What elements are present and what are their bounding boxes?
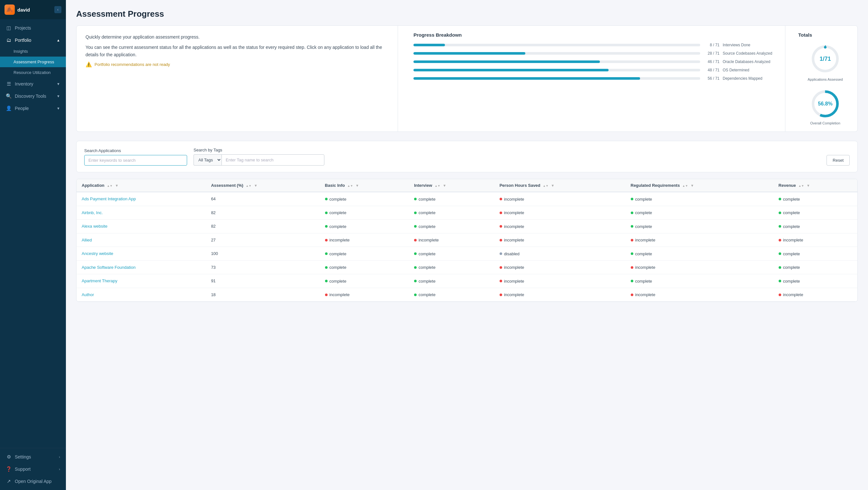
status-dot-icon — [414, 294, 416, 296]
col-interview[interactable]: Interview ▲▼ ▼ — [409, 179, 494, 192]
col-person-hours[interactable]: Person Hours Saved ▲▼ ▼ — [494, 179, 626, 192]
sidebar-item-discovery-tools[interactable]: 🔍 Discovery Tools ▼ — [0, 90, 66, 102]
col-basic-info[interactable]: Basic Info ▲▼ ▼ — [320, 179, 409, 192]
table-cell: complete — [774, 192, 858, 206]
app-link[interactable]: Apache Software Foundation — [82, 265, 136, 270]
warning-text: Portfolio recommendations are not ready — [94, 62, 170, 67]
progress-bar-fill — [413, 77, 640, 80]
table-cell: complete — [409, 274, 494, 288]
app-link[interactable]: Airbnb, Inc. — [82, 210, 103, 215]
assessment-pct-cell: 100 — [206, 247, 319, 261]
assessment-pct-cell: 82 — [206, 206, 319, 220]
sort-icon: ▲▼ — [435, 184, 440, 187]
filter-icon[interactable]: ▼ — [355, 184, 359, 187]
progress-label: OS Determined — [723, 68, 777, 72]
status-dot-icon — [500, 294, 502, 296]
progress-bars: 8 / 71 Interviews Done 28 / 71 Source Co… — [413, 43, 777, 81]
status-dot-icon — [779, 252, 781, 255]
status-badge: complete — [631, 224, 652, 229]
status-label: complete — [635, 251, 652, 256]
table-cell: incomplete — [494, 261, 626, 274]
filter-icon[interactable]: ▼ — [807, 184, 810, 187]
status-label: complete — [418, 265, 436, 270]
reset-button[interactable]: Reset — [827, 155, 850, 165]
col-revenue[interactable]: Revenue ▲▼ ▼ — [774, 179, 858, 192]
top-section: Quickly determine your application asses… — [76, 25, 858, 132]
table-cell: complete — [320, 206, 409, 220]
app-link[interactable]: Alexa website — [82, 224, 107, 228]
col-application[interactable]: Application ▲▼ ▼ — [76, 179, 206, 192]
status-dot-icon — [414, 225, 416, 227]
filter-icon[interactable]: ▼ — [254, 184, 257, 187]
status-dot-icon — [325, 280, 328, 282]
search-applications-input[interactable] — [84, 155, 187, 165]
sidebar-item-inventory[interactable]: ☰ Inventory ▼ — [0, 78, 66, 90]
discovery-icon: 🔍 — [6, 93, 11, 99]
status-badge: complete — [779, 265, 800, 270]
support-icon: ❓ — [6, 466, 11, 472]
tag-name-input[interactable] — [221, 154, 324, 165]
progress-bar-wrap — [413, 60, 700, 63]
sidebar-collapse-button[interactable]: ‹ — [54, 6, 61, 13]
status-label: complete — [783, 224, 800, 229]
col-assessment[interactable]: Assessment (%) ▲▼ ▼ — [206, 179, 319, 192]
filter-icon[interactable]: ▼ — [115, 184, 119, 187]
col-regulated[interactable]: Regulated Requirements ▲▼ ▼ — [626, 179, 774, 192]
status-label: complete — [418, 197, 436, 202]
table-cell: incomplete — [320, 233, 409, 247]
description-text-1: Quickly determine your application asses… — [86, 33, 389, 40]
status-dot-icon — [779, 225, 781, 227]
status-badge: complete — [325, 224, 346, 229]
search-tags-group: Search by Tags All Tags — [193, 148, 324, 165]
app-link[interactable]: Ads Payment Integration App — [82, 196, 136, 201]
sidebar-item-open-original-app[interactable]: ↗ Open Original App — [0, 475, 66, 487]
svg-point-2 — [824, 46, 827, 49]
chevron-right-icon: › — [59, 455, 60, 459]
status-badge: complete — [414, 224, 436, 229]
sidebar-item-label: Settings — [15, 454, 31, 459]
sidebar-item-insights[interactable]: Insights — [0, 46, 66, 57]
status-label: complete — [635, 224, 652, 229]
progress-bar-wrap — [413, 52, 700, 55]
sidebar-sub-label: Insights — [13, 49, 28, 54]
status-badge: disabled — [500, 251, 520, 256]
app-name-cell: Apartment Therapy — [76, 274, 206, 288]
sort-icon: ▲▼ — [246, 184, 251, 187]
sidebar-item-people[interactable]: 👤 People ▼ — [0, 102, 66, 115]
status-badge: incomplete — [500, 238, 524, 242]
status-dot-icon — [631, 294, 633, 296]
tags-select[interactable]: All Tags — [193, 154, 221, 165]
progress-count: 8 / 71 — [704, 43, 719, 47]
assessment-pct-cell: 27 — [206, 233, 319, 247]
filter-icon[interactable]: ▼ — [551, 184, 555, 187]
table-cell: incomplete — [494, 274, 626, 288]
table-header-row: Application ▲▼ ▼ Assessment (%) ▲▼ ▼ Bas… — [76, 179, 858, 192]
status-label: incomplete — [504, 292, 524, 297]
table-cell: complete — [320, 274, 409, 288]
table-cell: incomplete — [494, 288, 626, 302]
sidebar-item-settings[interactable]: ⚙ Settings › — [0, 451, 66, 463]
status-label: incomplete — [504, 210, 524, 215]
assessment-pct-cell: 73 — [206, 261, 319, 274]
app-link[interactable]: Apartment Therapy — [82, 278, 117, 283]
status-label: complete — [635, 279, 652, 283]
sort-icon: ▲▼ — [682, 184, 688, 187]
table-body: Ads Payment Integration App 64 complete … — [76, 192, 858, 302]
status-badge: incomplete — [631, 292, 655, 297]
overall-completion-label: Overall Completion — [810, 121, 840, 125]
app-link[interactable]: Ancestry website — [82, 251, 113, 256]
sidebar-item-assessment-progress[interactable]: Assessment Progress — [0, 57, 66, 67]
app-link[interactable]: Author — [82, 292, 94, 297]
sidebar-item-label: Support — [15, 466, 31, 472]
app-link[interactable]: Allied — [82, 238, 92, 242]
sidebar-item-resource-utilization[interactable]: Resource Utilization — [0, 67, 66, 78]
filter-icon[interactable]: ▼ — [690, 184, 694, 187]
status-badge: complete — [779, 210, 800, 215]
filter-icon[interactable]: ▼ — [443, 184, 446, 187]
sidebar-item-projects[interactable]: ◫ Projects — [0, 22, 66, 34]
status-label: complete — [330, 279, 346, 283]
sidebar-item-support[interactable]: ❓ Support › — [0, 463, 66, 475]
progress-bar-row: 8 / 71 Interviews Done — [413, 43, 777, 47]
table-cell: complete — [626, 247, 774, 261]
sidebar-item-portfolio[interactable]: 🗂 Portfolio ▲ — [0, 34, 66, 46]
